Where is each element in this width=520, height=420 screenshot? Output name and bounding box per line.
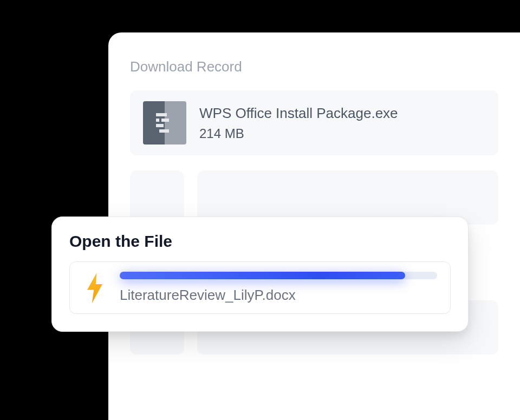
progress-fill — [120, 272, 405, 279]
open-file-card: Open the File LiteratureReview_LilyP.doc… — [51, 216, 469, 332]
lightning-bolt-icon — [83, 273, 107, 303]
file-size: 214 MB — [199, 126, 398, 141]
open-file-name: LiteratureReview_LilyP.docx — [120, 287, 437, 304]
open-file-item[interactable]: LiteratureReview_LilyP.docx — [69, 261, 451, 314]
progress-bar — [120, 272, 437, 279]
download-item[interactable]: WPS Office Install Package.exe 214 MB — [130, 90, 498, 155]
file-info: WPS Office Install Package.exe 214 MB — [199, 105, 398, 141]
exe-file-icon — [143, 101, 186, 145]
file-name: WPS Office Install Package.exe — [199, 105, 398, 122]
open-file-title: Open the File — [69, 232, 451, 251]
open-file-content: LiteratureReview_LilyP.docx — [120, 272, 437, 304]
panel-title: Download Record — [130, 58, 498, 75]
